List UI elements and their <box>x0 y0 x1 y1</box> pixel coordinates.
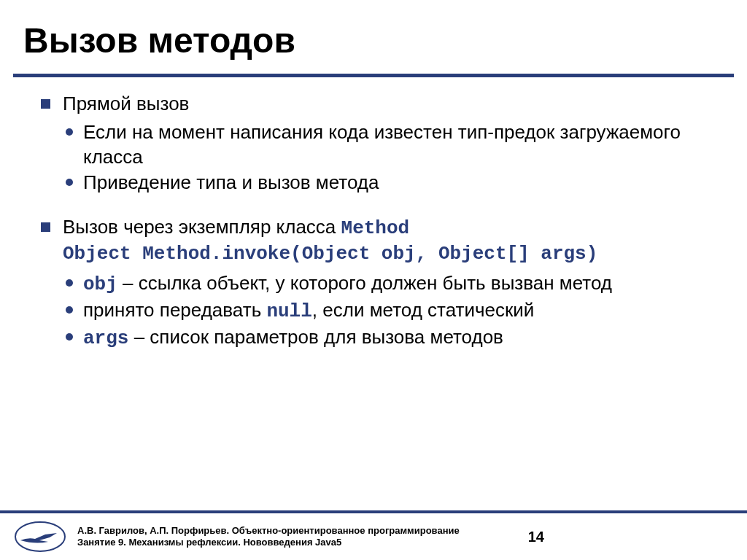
page-number: 14 <box>528 529 544 545</box>
subbullet-cast-and-call: Приведение типа и вызов метода <box>63 171 718 195</box>
footer-line2: Занятие 9. Механизмы рефлексии. Нововвед… <box>77 537 528 548</box>
bullet-text: Вызов через экземпляр класса <box>63 216 341 238</box>
slide-footer: А.В. Гаврилов, А.П. Порфирьев. Объектно-… <box>0 510 747 560</box>
slide-title: Вызов методов <box>0 0 747 74</box>
text-obj-desc: – ссылка объект, у которого должен быть … <box>117 272 612 294</box>
slide-content: Прямой вызов Если на момент написания ко… <box>0 92 747 510</box>
code-invoke-sig: Object Method.invoke(Object obj, Object[… <box>63 243 597 265</box>
code-args: args <box>83 327 128 349</box>
subbullet-obj: obj – ссылка объект, у которого должен б… <box>63 271 718 297</box>
footer-line1: А.В. Гаврилов, А.П. Порфирьев. Объектно-… <box>77 525 528 537</box>
bullet-method-instance: Вызов через экземпляр класса Method Obje… <box>41 215 718 267</box>
subbullet-null: принято передавать null, если метод стат… <box>63 298 718 324</box>
code-null: null <box>266 300 311 322</box>
subbullet-known-type: Если на момент написания кода известен т… <box>63 120 718 169</box>
code-obj: obj <box>83 273 117 295</box>
text-null-pre: принято передавать <box>83 299 266 321</box>
text-args-desc: – список параметров для вызова методов <box>128 326 503 348</box>
footer-text: А.В. Гаврилов, А.П. Порфирьев. Объектно-… <box>77 525 528 549</box>
subbullet-args: args – список параметров для вызова мето… <box>63 325 718 351</box>
title-rule <box>13 74 734 77</box>
institution-logo-icon <box>13 520 67 553</box>
code-method: Method <box>341 217 410 239</box>
bullet-direct-call: Прямой вызов <box>41 92 718 116</box>
text-null-post: , если метод статический <box>312 299 535 321</box>
